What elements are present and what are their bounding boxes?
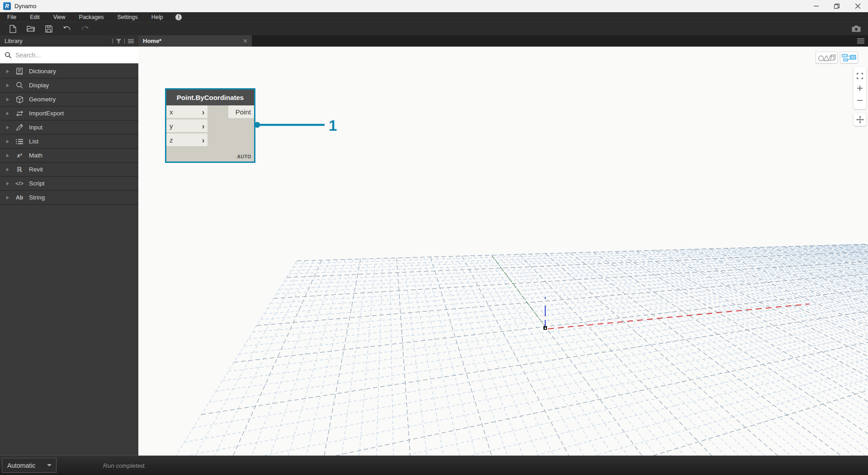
lacing-badge[interactable]: AUTO: [237, 154, 251, 159]
view-toggles: [816, 52, 858, 63]
minimize-icon: [814, 4, 819, 9]
camera-icon: [852, 25, 861, 32]
chevron-right-icon: [6, 126, 9, 129]
run-status-text: Run completed.: [103, 456, 146, 475]
node-title[interactable]: Point.ByCoordinates: [166, 90, 254, 105]
run-mode-value: Automatic: [7, 462, 35, 469]
close-icon: [855, 4, 860, 9]
chevron-right-icon: [6, 182, 9, 185]
menu-bar: FileEditViewPackagesSettingsHelp !: [0, 12, 868, 22]
geometry-preview-icon: [818, 53, 836, 62]
library-item-dictionary[interactable]: Dictionary: [0, 65, 138, 79]
chevron-down-icon: [47, 464, 52, 466]
undo-arrow-icon: [63, 26, 71, 32]
chevron-right-icon: [6, 112, 9, 115]
list-icon: [15, 139, 24, 144]
library-item-math[interactable]: x²Math: [0, 149, 138, 163]
dynamo-logo-icon: R: [3, 2, 11, 10]
library-panel: Library DictionaryDisplayGeometryImportE…: [0, 35, 138, 456]
input-port-z[interactable]: z›: [166, 133, 208, 146]
library-item-label: Geometry: [29, 96, 56, 103]
hamburger-icon: [857, 38, 864, 44]
revit-r-icon: ℝ: [15, 166, 24, 174]
chevron-right-icon: [6, 168, 9, 171]
chevron-right-icon: [6, 140, 9, 143]
divider: [113, 38, 113, 43]
library-item-geometry[interactable]: Geometry: [0, 93, 138, 107]
restore-button[interactable]: [826, 0, 847, 12]
minus-icon: [857, 97, 863, 104]
input-port-x[interactable]: x›: [166, 105, 208, 118]
library-item-display[interactable]: Display: [0, 79, 138, 93]
toolbar: [0, 22, 868, 35]
pan-icon: [856, 116, 864, 124]
menu-item-settings[interactable]: Settings: [111, 12, 144, 22]
save-button[interactable]: [43, 24, 54, 34]
tab-label: Home*: [143, 38, 161, 44]
open-folder-icon: [27, 25, 35, 32]
chevron-right-icon: [6, 98, 9, 101]
tab-close-icon[interactable]: ×: [243, 38, 247, 45]
minimize-button[interactable]: [806, 0, 826, 12]
zoom-controls: [854, 67, 866, 109]
menu-item-file[interactable]: File: [1, 12, 23, 22]
geometry-view-button[interactable]: [816, 52, 838, 63]
library-search: [0, 47, 138, 63]
plus-icon: [857, 85, 863, 91]
code-icon: </>: [15, 180, 24, 187]
port-chevron-icon: ›: [202, 135, 204, 144]
graph-view-button[interactable]: [840, 52, 858, 63]
close-button[interactable]: [847, 0, 868, 12]
tab-home[interactable]: Home* ×: [138, 35, 252, 47]
library-item-label: String: [29, 194, 45, 201]
dynamo-window: R Dynamo FileEditViewPackagesSettingsHel…: [0, 0, 868, 475]
zoom-out-button[interactable]: [854, 94, 866, 106]
save-icon: [45, 25, 52, 33]
menu-item-view[interactable]: View: [47, 12, 72, 22]
undo-button[interactable]: [61, 24, 72, 34]
library-item-revit[interactable]: ℝRevit: [0, 163, 138, 177]
input-port-y[interactable]: y›: [166, 119, 208, 132]
filter-icon[interactable]: [116, 39, 121, 43]
chevron-right-icon: [6, 70, 9, 73]
chevron-right-icon: [6, 196, 9, 200]
node-body: x›y›z› Point AUTO: [166, 105, 254, 162]
search-icon: [5, 52, 11, 58]
library-item-importexport[interactable]: ImportExport: [0, 107, 138, 121]
pan-button[interactable]: [854, 113, 866, 126]
library-item-string[interactable]: AbString: [0, 191, 138, 205]
node-point-bycoordinates[interactable]: Point.ByCoordinates x›y›z› Point AUTO: [165, 88, 255, 163]
library-item-list[interactable]: List: [0, 135, 138, 149]
divider: [124, 38, 125, 43]
tab-bar: Home* ×: [138, 35, 868, 47]
library-item-input[interactable]: Input: [0, 121, 138, 135]
status-bar: Automatic Run completed.: [0, 456, 868, 475]
library-item-label: Dictionary: [29, 68, 56, 75]
library-item-script[interactable]: </>Script: [0, 177, 138, 191]
ab-icon: Ab: [15, 195, 24, 201]
export-image-button[interactable]: [851, 24, 862, 34]
open-file-button[interactable]: [25, 24, 36, 34]
x-squared-icon: x²: [15, 152, 24, 159]
workspace-menu-button[interactable]: [857, 38, 864, 46]
run-mode-dropdown[interactable]: Automatic: [2, 458, 57, 473]
redo-arrow-icon: [81, 26, 89, 32]
menu-item-packages[interactable]: Packages: [73, 12, 110, 22]
library-menu-icon[interactable]: [128, 39, 134, 43]
menu-item-edit[interactable]: Edit: [24, 12, 46, 22]
pencil-icon: [15, 124, 24, 131]
chevron-right-icon: [6, 154, 9, 157]
zoom-in-button[interactable]: [854, 82, 866, 94]
notifications-icon[interactable]: !: [175, 14, 182, 20]
graph-view-icon: [842, 53, 856, 62]
redo-button[interactable]: [80, 24, 90, 34]
port-chevron-icon: ›: [202, 107, 204, 116]
zoom-fit-button[interactable]: [854, 70, 866, 82]
magnifier-icon: [15, 82, 24, 89]
menu-item-help[interactable]: Help: [145, 12, 170, 22]
new-file-button[interactable]: [7, 24, 18, 34]
output-port-point[interactable]: Point: [228, 105, 254, 118]
library-header: Library: [0, 35, 138, 47]
search-input[interactable]: [15, 52, 128, 59]
window-title: Dynamo: [14, 3, 36, 10]
